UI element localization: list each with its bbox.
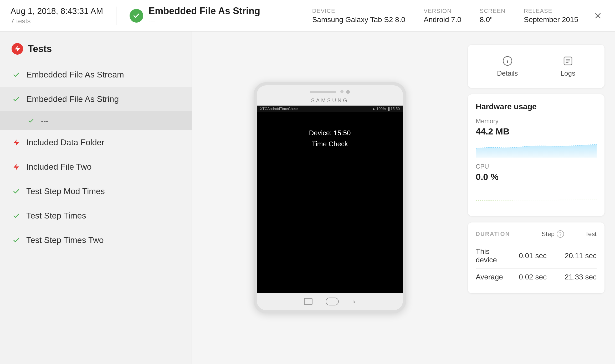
sidebar-item-included-file-two[interactable]: Included File Two bbox=[0, 155, 192, 179]
device-status-bar: XTCAndroidTimeCheck ▲ 100% ▐ 15:50 bbox=[257, 106, 403, 112]
header: Aug 1, 2018, 8:43:31 AM 7 tests Embedded… bbox=[0, 0, 615, 32]
info-icon bbox=[502, 55, 513, 67]
duration-title: DURATION bbox=[476, 231, 510, 237]
right-panel: Details Logs bbox=[468, 45, 604, 351]
duration-card: DURATION Step ? Test This device bbox=[468, 222, 604, 293]
duration-cols: Step ? Test bbox=[542, 230, 597, 238]
device-dot bbox=[340, 90, 344, 93]
header-left: Aug 1, 2018, 8:43:31 AM 7 tests bbox=[11, 6, 103, 25]
device-content: Device: 15:50 Time Check bbox=[257, 112, 403, 149]
duration-average-step: 0.02 sec bbox=[512, 273, 547, 281]
header-tests-count: 7 tests bbox=[11, 17, 103, 25]
cpu-label: CPU bbox=[476, 163, 597, 170]
device-button-square bbox=[304, 298, 312, 305]
sidebar-item-label: Included File Two bbox=[26, 162, 91, 172]
sidebar-item-label: Test Step Times bbox=[26, 211, 86, 221]
screen-label: SCREEN bbox=[480, 8, 505, 14]
svg-marker-3 bbox=[14, 139, 19, 145]
header-status: Embedded File As String --- DEVICE Samsu… bbox=[130, 6, 578, 26]
device-container: SAMSUNG XTCAndroidTimeCheck ▲ 100% ▐ 15:… bbox=[202, 45, 457, 351]
device-bottom: ↳ bbox=[304, 293, 356, 310]
memory-chart bbox=[476, 139, 597, 158]
meta-screen: SCREEN 8.0" bbox=[480, 8, 505, 24]
tab-logs[interactable]: Logs bbox=[553, 53, 583, 80]
logs-icon bbox=[562, 55, 574, 67]
tab-details[interactable]: Details bbox=[489, 53, 526, 80]
hardware-title: Hardware usage bbox=[476, 102, 597, 111]
duration-this-device-label: This device bbox=[476, 247, 512, 264]
content-area: SAMSUNG XTCAndroidTimeCheck ▲ 100% ▐ 15:… bbox=[192, 32, 615, 364]
fail-icon bbox=[12, 163, 21, 171]
sidebar-header: Tests bbox=[0, 32, 192, 63]
status-check-icon bbox=[130, 9, 143, 23]
device-speaker bbox=[310, 91, 336, 93]
help-icon[interactable]: ? bbox=[557, 230, 564, 238]
pass-icon bbox=[12, 188, 21, 195]
tests-icon bbox=[12, 43, 23, 55]
device-text-line2: Time Check bbox=[312, 139, 348, 150]
svg-marker-4 bbox=[14, 164, 19, 170]
release-label: RELEASE bbox=[524, 8, 578, 14]
sidebar-item-label: Test Step Mod Times bbox=[26, 186, 105, 196]
sidebar-item-label: Included Data Folder bbox=[26, 138, 104, 147]
duration-this-device-vals: 0.01 sec 20.11 sec bbox=[512, 252, 597, 260]
device-button-home bbox=[326, 298, 339, 305]
device-button-back: ↳ bbox=[352, 299, 356, 304]
sidebar-item-included-data-folder[interactable]: Included Data Folder bbox=[0, 130, 192, 155]
sidebar-item-label: Embedded File As String bbox=[26, 94, 119, 104]
sidebar-item-test-step-times-two[interactable]: Test Step Times Two bbox=[0, 228, 192, 252]
duration-this-device-test: 20.11 sec bbox=[562, 252, 597, 260]
device-top bbox=[310, 85, 350, 96]
duration-col-step: Step ? bbox=[542, 230, 564, 238]
duration-row-this-device: This device 0.01 sec 20.11 sec bbox=[476, 243, 597, 268]
device-text-line1: Device: 15:50 bbox=[309, 128, 351, 139]
version-label: VERSION bbox=[424, 8, 461, 14]
duration-average-test: 21.33 sec bbox=[562, 273, 597, 281]
duration-this-device-step: 0.01 sec bbox=[512, 252, 547, 260]
sidebar-item-embedded-file-stream[interactable]: Embedded File As Stream bbox=[0, 63, 192, 87]
version-value: Android 7.0 bbox=[424, 15, 461, 24]
header-test-info: Embedded File As String --- bbox=[148, 6, 260, 26]
device-label: DEVICE bbox=[312, 8, 405, 14]
tabs-row: Details Logs bbox=[476, 53, 597, 80]
meta-release: RELEASE September 2015 bbox=[524, 8, 578, 24]
screen-value: 8.0" bbox=[480, 15, 505, 24]
duration-average-vals: 0.02 sec 21.33 sec bbox=[512, 273, 597, 281]
sidebar-subitem-label: --- bbox=[41, 117, 48, 125]
duration-header: DURATION Step ? Test bbox=[476, 230, 597, 238]
memory-value: 44.2 MB bbox=[476, 126, 597, 137]
main-content: Tests Embedded File As Stream Embedded F… bbox=[0, 32, 615, 364]
sidebar-subitem-embedded-string-step[interactable]: --- bbox=[0, 111, 192, 130]
meta-version: VERSION Android 7.0 bbox=[424, 8, 461, 24]
release-value: September 2015 bbox=[524, 15, 578, 24]
device-app-name: XTCAndroidTimeCheck bbox=[260, 107, 299, 111]
device-brand: SAMSUNG bbox=[311, 97, 348, 103]
header-date: Aug 1, 2018, 8:43:31 AM bbox=[11, 6, 103, 16]
duration-row-average: Average 0.02 sec 21.33 sec bbox=[476, 268, 597, 285]
memory-label: Memory bbox=[476, 117, 597, 125]
sub-pass-icon bbox=[26, 118, 36, 124]
cpu-chart bbox=[476, 185, 597, 203]
device-status-right: ▲ 100% ▐ 15:50 bbox=[372, 107, 400, 111]
device-camera bbox=[346, 90, 350, 94]
header-test-sub: --- bbox=[148, 18, 260, 26]
tab-logs-label: Logs bbox=[561, 69, 575, 77]
header-meta: DEVICE Samsung Galaxy Tab S2 8.0 VERSION… bbox=[312, 8, 578, 24]
duration-average-label: Average bbox=[476, 273, 512, 281]
svg-marker-2 bbox=[15, 46, 20, 52]
sidebar-item-test-step-times[interactable]: Test Step Times bbox=[0, 204, 192, 228]
pass-icon bbox=[12, 237, 21, 244]
duration-col-test: Test bbox=[585, 230, 597, 238]
close-button[interactable] bbox=[591, 9, 604, 22]
cpu-value: 0.0 % bbox=[476, 172, 597, 182]
sidebar-item-embedded-file-string[interactable]: Embedded File As String bbox=[0, 87, 192, 111]
tab-details-label: Details bbox=[497, 69, 518, 77]
fail-icon bbox=[12, 139, 21, 146]
device-screen: XTCAndroidTimeCheck ▲ 100% ▐ 15:50 Devic… bbox=[257, 106, 403, 293]
pass-icon bbox=[12, 96, 21, 103]
header-divider bbox=[116, 7, 116, 25]
sidebar-item-test-step-mod-times[interactable]: Test Step Mod Times bbox=[0, 179, 192, 204]
hardware-usage-card: Hardware usage Memory 44.2 MB bbox=[468, 94, 604, 216]
meta-device: DEVICE Samsung Galaxy Tab S2 8.0 bbox=[312, 8, 405, 24]
sidebar: Tests Embedded File As Stream Embedded F… bbox=[0, 32, 192, 364]
